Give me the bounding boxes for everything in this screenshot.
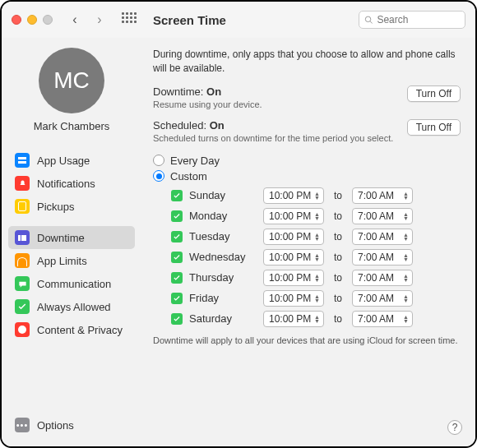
help-button[interactable]: ? [447,420,462,435]
sidebar-item-content-privacy[interactable]: Content & Privacy [8,318,135,341]
start-time-stepper[interactable]: 10:00 PM▲▼ [263,208,324,224]
stepper-arrows-icon[interactable]: ▲▼ [314,192,320,200]
end-time-value: 7:00 AM [358,190,394,201]
day-checkbox[interactable] [171,293,183,304]
zoom-window-button[interactable] [43,15,53,25]
day-checkbox[interactable] [171,190,183,201]
stepper-arrows-icon[interactable]: ▲▼ [403,192,409,200]
to-label: to [331,252,345,263]
start-time-value: 10:00 PM [269,293,311,304]
day-checkbox[interactable] [171,272,183,284]
stepper-arrows-icon[interactable]: ▲▼ [314,253,320,261]
end-time-stepper[interactable]: 7:00 AM▲▼ [352,311,413,327]
back-button[interactable]: ‹ [66,11,84,29]
start-time-value: 10:00 PM [269,231,311,242]
window-title: Screen Time [153,13,226,27]
minimize-window-button[interactable] [27,15,37,25]
to-label: to [331,293,345,304]
window-controls [12,15,53,25]
sidebar-item-downtime[interactable]: Downtime [8,226,135,249]
main-pane: During downtime, only apps that you choo… [141,38,475,446]
stepper-arrows-icon[interactable]: ▲▼ [314,233,320,241]
svg-point-0 [365,16,371,22]
sidebar-item-always-allowed[interactable]: Always Allowed [8,295,135,318]
schedule-mode-group: Every Day Custom [153,153,461,184]
to-label: to [331,272,345,284]
end-time-stepper[interactable]: 7:00 AM▲▼ [352,187,413,204]
sidebar: MC Mark Chambers App Usage Notifications… [2,38,141,446]
scheduled-row: Scheduled: On Scheduled turns on downtim… [153,119,461,143]
user-header: MC Mark Chambers [8,48,135,132]
day-checkbox[interactable] [171,231,183,242]
stepper-arrows-icon[interactable]: ▲▼ [403,274,409,282]
downtime-label: Downtime: On [153,85,407,98]
start-time-stepper[interactable]: 10:00 PM▲▼ [263,187,324,204]
start-time-value: 10:00 PM [269,190,311,201]
scheduled-toggle-button[interactable]: Turn Off [407,119,461,136]
radio-every-day[interactable]: Every Day [153,153,461,169]
stepper-arrows-icon[interactable]: ▲▼ [314,274,320,282]
downtime-icon [15,230,30,245]
end-time-value: 7:00 AM [358,231,394,242]
close-window-button[interactable] [12,15,21,25]
downtime-description: During downtime, only apps that you choo… [153,48,461,76]
end-time-value: 7:00 AM [358,210,394,222]
end-time-stepper[interactable]: 7:00 AM▲▼ [352,290,413,307]
show-all-icon[interactable] [122,12,137,27]
start-time-value: 10:00 PM [269,313,311,325]
day-checkbox[interactable] [171,252,183,263]
pickups-icon [15,199,30,214]
search-field[interactable] [359,11,465,29]
start-time-stepper[interactable]: 10:00 PM▲▼ [263,229,324,245]
start-time-value: 10:00 PM [269,210,311,222]
end-time-stepper[interactable]: 7:00 AM▲▼ [352,249,413,266]
end-time-stepper[interactable]: 7:00 AM▲▼ [352,208,413,224]
radio-custom[interactable]: Custom [153,169,461,184]
sidebar-item-label: Notifications [37,178,95,190]
sidebar-item-app-usage[interactable]: App Usage [8,149,135,172]
start-time-stepper[interactable]: 10:00 PM▲▼ [263,311,324,327]
always-allowed-icon [15,299,30,314]
sidebar-item-label: Always Allowed [37,301,111,313]
day-name: Tuesday [189,230,257,242]
day-row: Sunday10:00 PM▲▼to7:00 AM▲▼ [171,187,461,204]
day-checkbox[interactable] [171,313,183,325]
stepper-arrows-icon[interactable]: ▲▼ [314,294,320,303]
stepper-arrows-icon[interactable]: ▲▼ [403,253,409,261]
sidebar-item-notifications[interactable]: Notifications [8,172,135,195]
svg-line-1 [370,21,373,24]
stepper-arrows-icon[interactable]: ▲▼ [403,294,409,303]
forward-button[interactable]: › [90,11,109,29]
start-time-stepper[interactable]: 10:00 PM▲▼ [263,270,324,286]
start-time-value: 10:00 PM [269,252,311,263]
sidebar-item-label: Communication [37,278,111,290]
day-name: Saturday [189,312,257,325]
start-time-stepper[interactable]: 10:00 PM▲▼ [263,290,324,307]
stepper-arrows-icon[interactable]: ▲▼ [403,233,409,241]
sidebar-item-options[interactable]: ••• Options [8,413,135,436]
end-time-value: 7:00 AM [358,272,394,284]
day-name: Thursday [189,271,257,284]
sidebar-item-communication[interactable]: Communication [8,272,135,295]
search-input[interactable] [377,14,460,25]
options-icon: ••• [15,418,30,432]
downtime-toggle-button[interactable]: Turn Off [407,85,461,102]
stepper-arrows-icon[interactable]: ▲▼ [314,315,320,323]
end-time-stepper[interactable]: 7:00 AM▲▼ [352,270,413,286]
downtime-row: Downtime: On Resume using your device. T… [153,85,461,109]
end-time-stepper[interactable]: 7:00 AM▲▼ [352,229,413,245]
sidebar-item-pickups[interactable]: Pickups [8,195,135,218]
day-row: Monday10:00 PM▲▼to7:00 AM▲▼ [171,208,461,224]
start-time-stepper[interactable]: 10:00 PM▲▼ [263,249,324,266]
stepper-arrows-icon[interactable]: ▲▼ [403,315,409,323]
sidebar-item-app-limits[interactable]: App Limits [8,249,135,272]
to-label: to [331,190,345,201]
stepper-arrows-icon[interactable]: ▲▼ [314,212,320,220]
app-limits-icon [15,253,30,268]
day-checkbox[interactable] [171,210,183,222]
end-time-value: 7:00 AM [358,313,394,325]
stepper-arrows-icon[interactable]: ▲▼ [403,212,409,220]
to-label: to [331,313,345,325]
radio-label: Custom [170,170,207,182]
notifications-icon [15,176,30,191]
